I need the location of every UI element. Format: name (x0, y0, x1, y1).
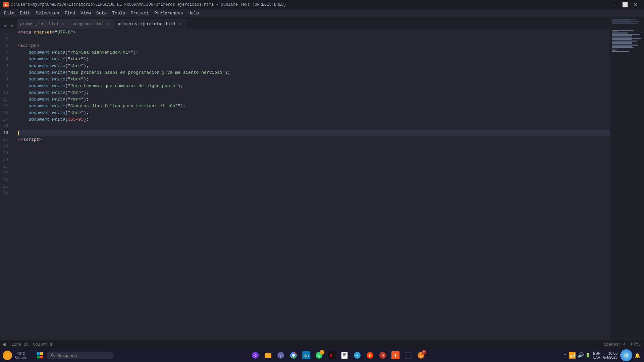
tab-close-icon[interactable]: ✕ (106, 22, 111, 26)
taskbar-app-notif[interactable]: i 2 (415, 349, 427, 361)
line-num-14: 14 (0, 116, 11, 123)
taskbar-app-dark[interactable] (402, 349, 414, 361)
line-num-16: 16 (0, 130, 11, 136)
status-left: Line 16, Column 1 (3, 342, 598, 347)
tab-label: primer_test.html (20, 22, 59, 26)
line-num-18: 18 (0, 143, 11, 150)
code-line-10: document.write("<br>"); (18, 89, 610, 96)
taskbar-app-notepad[interactable] (338, 349, 351, 361)
taskbar-weather: 26°C Soleado (3, 351, 30, 360)
menu-selection[interactable]: Selection (33, 10, 62, 16)
taskbar-app-security[interactable]: M (377, 349, 389, 361)
taskbar-app-telegram[interactable]: ✈ (351, 349, 363, 361)
line-num-5: 5 (0, 56, 11, 63)
svg-text:in: in (304, 354, 309, 358)
tab-primeros-ejercicios[interactable]: primeros ejercicios.html ✕ (114, 19, 186, 29)
taskbar-app-whatsapp[interactable]: W 1 (313, 349, 325, 361)
code-line-12: document.write("Cuantos dias faltan para… (18, 103, 610, 110)
taskbar-app-files[interactable] (262, 349, 274, 361)
code-line-8: document.write("<br>"); (18, 76, 610, 83)
cursor-position: Line 16, Column 1 (11, 342, 52, 347)
svg-text:W: W (318, 354, 320, 358)
line-numbers: 1 2 3 4 5 6 7 8 9 10 11 12 13 14 15 16 1… (0, 29, 15, 340)
tray-volume-icon[interactable]: 🔊 (577, 352, 584, 359)
weather-temperature: 26°C (16, 351, 25, 356)
line-num-13: 13 (0, 110, 11, 116)
code-line-7: document.write("Mis primeros pasos en pr… (18, 69, 610, 76)
line-num-22: 22 (0, 170, 11, 177)
tray-wifi-icon[interactable]: 📶 (569, 352, 576, 359)
weather-description: Soleado (15, 356, 27, 360)
line-num-11: 11 (0, 96, 11, 103)
code-line-9: document.write("Pero tenemos que comenza… (18, 83, 610, 89)
line-num-1: 1 (0, 29, 11, 36)
code-line-20 (18, 157, 610, 163)
tab-close-icon[interactable]: ✕ (61, 22, 65, 26)
line-num-10: 10 (0, 89, 11, 96)
taskbar-clock[interactable]: 10:06 6/4/2023 (603, 351, 618, 359)
spaces-indicator[interactable]: Spaces: 4 (604, 342, 626, 347)
svg-text:B: B (369, 354, 371, 358)
weather-info: 26°C Soleado (15, 351, 27, 360)
menu-edit[interactable]: Edit (17, 10, 33, 16)
language-indicator[interactable]: HTML (631, 342, 641, 347)
code-line-1: <meta charset="UTF-8"> (18, 29, 610, 36)
copilot-icon: C (251, 351, 259, 359)
menu-find[interactable]: Find (62, 10, 78, 16)
minimize-button[interactable]: — (609, 1, 619, 8)
locale-secondary: LAA (593, 355, 600, 359)
taskbar-app-teams[interactable]: T (275, 349, 287, 361)
close-button[interactable]: ✕ (631, 1, 641, 8)
code-line-22 (18, 170, 610, 177)
taskbar-search[interactable]: Búsqueda (47, 352, 114, 359)
code-area[interactable]: <meta charset="UTF-8"> <script> document… (15, 29, 610, 340)
windows-start-button[interactable] (35, 350, 45, 361)
notifications-icon[interactable]: 🔔 (634, 352, 641, 359)
tab-forward-button[interactable]: ▶ (9, 22, 15, 29)
tab-back-button[interactable]: ◀ (1, 22, 8, 29)
maximize-button[interactable]: ⬜ (620, 1, 630, 8)
tray-expand-icon[interactable]: ⌃ (562, 352, 567, 359)
code-line-21 (18, 163, 610, 170)
line-num-2: 2 (0, 36, 11, 43)
menu-file[interactable]: File (1, 10, 17, 16)
svg-text:M: M (382, 354, 384, 358)
tab-close-icon[interactable]: ✕ (178, 22, 182, 26)
menu-preferences[interactable]: Preferences (152, 10, 186, 16)
telegram-icon: ✈ (353, 351, 361, 359)
code-line-2 (18, 36, 610, 43)
code-line-5: document.write("<br>"); (18, 56, 610, 63)
brave-icon: B (366, 351, 374, 359)
svg-text:✈: ✈ (356, 354, 358, 358)
status-indicator-wrapper (3, 343, 6, 346)
locale-primary: ESP (593, 351, 600, 355)
menu-tools[interactable]: Tools (109, 10, 128, 16)
security-icon: M (379, 351, 387, 359)
taskbar-app-sublime[interactable]: S (389, 349, 401, 361)
tab-primer-test[interactable]: primer_test.html ✕ (17, 19, 69, 29)
taskbar-app-copilot[interactable]: C (249, 349, 261, 361)
svg-rect-4 (37, 356, 40, 358)
taskbar-app-chrome[interactable] (287, 349, 300, 361)
svg-point-15 (292, 354, 294, 357)
dark-app-icon (404, 351, 412, 359)
taskbar-app-netflix[interactable]: N (326, 349, 338, 361)
taskbar-app-linkedin[interactable]: in (300, 349, 312, 361)
tray-battery-icon[interactable]: 🔋 (585, 353, 590, 358)
user-avatar[interactable]: M (620, 349, 632, 361)
code-line-14: document.write(365-95); (18, 116, 610, 123)
line-num-12: 12 (0, 103, 11, 110)
clock-time: 10:06 (608, 351, 618, 355)
svg-rect-5 (40, 356, 43, 358)
menu-help[interactable]: Help (186, 10, 202, 16)
taskbar-app-brave[interactable]: B (364, 349, 376, 361)
menu-goto[interactable]: Goto (94, 10, 109, 16)
window-controls: — ⬜ ✕ (609, 1, 641, 8)
menu-project[interactable]: Project (128, 10, 152, 16)
menu-view[interactable]: View (78, 10, 94, 16)
editor-minimap[interactable] (610, 29, 644, 340)
menu-bar: File Edit Selection Find View Goto Tools… (0, 9, 644, 17)
tab-programa[interactable]: programa.html ✕ (69, 19, 114, 29)
status-right: Spaces: 4 HTML (604, 342, 641, 347)
line-num-7: 7 (0, 69, 11, 76)
